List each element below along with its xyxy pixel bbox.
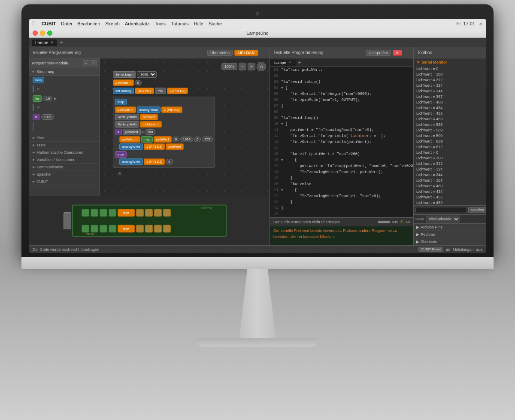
canvas-area[interactable]: 100% − + ⊙ Serial.begin: [100, 58, 270, 196]
zoom-in-button[interactable]: +: [248, 63, 255, 70]
home-button[interactable]: ⊙: [257, 62, 266, 71]
serial-println-potiwert: Serial.println potiWert: [115, 114, 213, 120]
category-vars[interactable]: ▶ Variablen / Konstanten: [29, 156, 100, 164]
close-button[interactable]: [33, 30, 38, 36]
code-line: 21▼ {: [270, 187, 413, 193]
text-panel-controls: Überprüfen ✕ —: [366, 50, 410, 56]
potiwert-analogread-block: potiWert = analogRead 1 (PIN A3): [115, 107, 213, 113]
search-icon[interactable]: ⌕: [479, 21, 482, 26]
menu-bearbeiten[interactable]: Bearbeiten: [77, 21, 100, 26]
serial-line-item: Lichtwert = 469: [416, 116, 483, 122]
editor-status-right: aus ⚠ an: [378, 219, 410, 225]
block-if-item[interactable]: if 1000: [29, 113, 100, 122]
line-number: 19: [272, 175, 281, 181]
text-check-button[interactable]: Überprüfen: [366, 50, 391, 56]
menu-hilfe[interactable]: Hilfe: [194, 21, 203, 26]
serial-begin-baud-select[interactable]: 9600: [137, 71, 157, 78]
refresh-icon[interactable]: ↺: [117, 171, 121, 177]
block-loop-item[interactable]: loop: [29, 76, 100, 85]
modules-title: Programmier-Module: [32, 61, 68, 65]
category-speicher[interactable]: ▶ Speicher: [29, 171, 100, 178]
code-line: 03"kw">void setup(): [270, 79, 413, 85]
loop-label: loop: [115, 99, 127, 105]
menu-suche[interactable]: Suche: [209, 21, 222, 26]
visual-check-button[interactable]: Überprüfen: [207, 50, 233, 56]
circuit-panel: OUTPUT INPUT 512: [29, 196, 270, 245]
code-editor[interactable]: 01"kw">int potiWert;0203"kw">void setup(…: [270, 67, 413, 217]
serial-line-item: Lichtwert = 469: [416, 200, 483, 205]
menu-tutorials[interactable]: Tutorials: [171, 21, 189, 26]
zoom-out-button[interactable]: −: [239, 63, 246, 70]
pins-arrow-icon: ▶: [33, 136, 35, 140]
steuerung-arrow-icon: ▼: [32, 70, 35, 73]
set-analog-block: set Analog OUTPUT PIN 1 (PIN D3): [113, 88, 215, 94]
map-0b: 0: [194, 137, 201, 142]
serial-line-item: Lichtwert = 324: [416, 83, 483, 88]
visual-collapse-button[interactable]: —: [262, 50, 266, 55]
code-line: 11 potiWert = "fn">analogRead("num">0);: [270, 127, 413, 133]
category-pins[interactable]: ▶ Pins: [29, 134, 100, 142]
text-close-button[interactable]: ✕: [393, 50, 402, 56]
category-comm[interactable]: ▶ Kommunikation: [29, 164, 100, 171]
menu-arbeitsplatz[interactable]: Arbeitsplatz: [125, 21, 149, 26]
err-an-label: an: [406, 220, 410, 224]
toolbox-shortcuts-header[interactable]: ▶ Shortcuts: [414, 238, 486, 245]
sp1-label: Serial.println: [115, 114, 139, 120]
menu-sketch[interactable]: Sketch: [105, 21, 120, 26]
code-line: 24}: [270, 205, 413, 211]
modules-sidebar: Programmier-Module – + ▼ Steuerung: [29, 58, 100, 196]
comm-arrow-icon: ▶: [33, 165, 35, 169]
text-collapse-button[interactable]: —: [406, 50, 410, 55]
serial-line-item: Lichtwert = 455: [416, 111, 483, 116]
line-number: 11: [272, 127, 281, 133]
tab-close-icon[interactable]: ✕: [50, 40, 54, 45]
editor-status-bar: Der Code wurde noch nicht übertragen aus…: [270, 217, 413, 226]
line-content: }: [281, 103, 283, 109]
webcam: [256, 12, 259, 15]
tab-add-button[interactable]: +: [60, 39, 63, 46]
menu-cubit[interactable]: CUBIT: [42, 21, 56, 26]
tab-lampe[interactable]: Lampe ✕: [32, 40, 57, 46]
zoom-level: 100%: [221, 63, 237, 70]
editor-tab-add-button[interactable]: +: [298, 60, 301, 66]
map-1023: 1023: [180, 137, 193, 142]
toolbox-collapse-button[interactable]: —: [478, 50, 482, 55]
menu-datei[interactable]: Datei: [61, 21, 72, 26]
modules-add-btn[interactable]: +: [91, 60, 97, 66]
baud-select[interactable]: Bits/Sekunde: [426, 216, 460, 222]
modules-header: Programmier-Module – +: [29, 58, 100, 68]
category-math[interactable]: ▶ Mathematische Operatoren: [29, 149, 100, 156]
editor-tab-close[interactable]: ✕: [288, 61, 291, 64]
serial-line-item: Lichtwert = 0: [416, 66, 483, 72]
pw-label: potiWert =: [115, 107, 136, 113]
menu-tools[interactable]: Tools: [154, 21, 166, 26]
editor-tab-lampe[interactable]: Lampe ✕: [270, 60, 296, 66]
visual-upload-button[interactable]: UPLOAD: [234, 50, 258, 56]
potiwert-zero: 0: [135, 80, 142, 85]
minimize-button[interactable]: [40, 30, 45, 36]
pin-bot-1: [82, 225, 89, 233]
mitteilungen-toggle[interactable]: aus: [476, 247, 482, 252]
sp2-val: Lichtwert =: [140, 121, 162, 128]
block-for-item[interactable]: for 10 ▶: [29, 94, 100, 103]
category-steuerung[interactable]: ▼ Steuerung: [29, 68, 100, 76]
send-button[interactable]: Senden: [468, 207, 486, 213]
output-label: OUTPUT: [200, 207, 213, 210]
aw2-pin: 1 (PIN D3): [144, 158, 165, 165]
serial-line-item: Lichtwert = 0: [416, 150, 483, 155]
line-number: 03: [272, 79, 281, 85]
serial-input-field[interactable]: [415, 207, 467, 213]
maximize-button[interactable]: [47, 30, 52, 36]
code-line: 20 "kw">else: [270, 181, 413, 187]
pin3-label: 1 (PIN D3): [167, 88, 188, 94]
board-toggle[interactable]: an: [446, 247, 450, 252]
modules-collapse-btn[interactable]: –: [83, 60, 89, 66]
panel-visual: Visuelle Programmierung Überprüfen UPLOA…: [29, 47, 270, 245]
error-indicators: [378, 221, 390, 223]
toolbox-pins-header[interactable]: ▶ Arduino Pins: [414, 224, 486, 231]
line-content: "kw">void setup(): [281, 79, 321, 85]
category-tests[interactable]: ▶ Tests: [29, 142, 100, 149]
line-content: "fn">pinMode("num">1, OUTPUT);: [281, 97, 360, 103]
category-cubit[interactable]: ▶ CUBIT: [29, 178, 100, 186]
toolbox-rechner-header[interactable]: ▶ Rechner: [414, 231, 486, 238]
